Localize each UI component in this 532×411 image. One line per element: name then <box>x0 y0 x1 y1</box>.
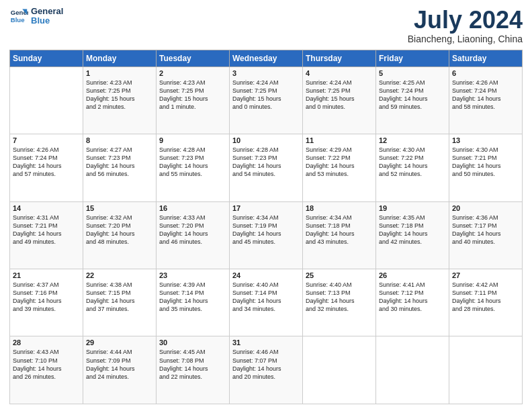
day-number: 4 <box>306 69 373 77</box>
calendar-week-5: 28Sunrise: 4:43 AM Sunset: 7:10 PM Dayli… <box>10 336 523 404</box>
day-number: 6 <box>452 69 519 77</box>
day-number: 27 <box>452 271 519 279</box>
calendar-cell: 26Sunrise: 4:41 AM Sunset: 7:12 PM Dayli… <box>376 269 449 336</box>
calendar-cell: 22Sunrise: 4:38 AM Sunset: 7:15 PM Dayli… <box>83 269 157 336</box>
day-number: 31 <box>232 338 300 347</box>
day-number: 5 <box>379 69 446 77</box>
day-number: 21 <box>13 271 80 279</box>
calendar-cell: 2Sunrise: 4:23 AM Sunset: 7:25 PM Daylig… <box>157 66 230 134</box>
day-info: Sunrise: 4:30 AM Sunset: 7:22 PM Dayligh… <box>379 146 446 179</box>
day-number: 13 <box>452 136 519 144</box>
calendar-cell: 10Sunrise: 4:28 AM Sunset: 7:23 PM Dayli… <box>230 134 303 201</box>
day-number: 1 <box>86 69 153 77</box>
day-info: Sunrise: 4:26 AM Sunset: 7:24 PM Dayligh… <box>452 79 519 111</box>
calendar-cell: 12Sunrise: 4:30 AM Sunset: 7:22 PM Dayli… <box>376 134 449 201</box>
day-info: Sunrise: 4:37 AM Sunset: 7:16 PM Dayligh… <box>13 281 80 314</box>
header: General Blue General Blue July 2024 Bian… <box>9 7 523 44</box>
weekday-saturday: Saturday <box>449 50 523 66</box>
day-info: Sunrise: 4:36 AM Sunset: 7:17 PM Dayligh… <box>452 214 519 246</box>
calendar-cell: 25Sunrise: 4:40 AM Sunset: 7:13 PM Dayli… <box>303 269 376 336</box>
calendar-cell: 19Sunrise: 4:35 AM Sunset: 7:18 PM Dayli… <box>376 201 449 269</box>
calendar-cell: 4Sunrise: 4:24 AM Sunset: 7:25 PM Daylig… <box>303 66 376 134</box>
day-number: 11 <box>306 136 373 144</box>
svg-text:Blue: Blue <box>11 16 25 24</box>
day-info: Sunrise: 4:27 AM Sunset: 7:23 PM Dayligh… <box>86 146 153 179</box>
day-info: Sunrise: 4:46 AM Sunset: 7:07 PM Dayligh… <box>232 348 300 381</box>
day-info: Sunrise: 4:26 AM Sunset: 7:24 PM Dayligh… <box>13 146 80 179</box>
calendar-cell <box>10 66 83 134</box>
calendar-cell: 1Sunrise: 4:23 AM Sunset: 7:25 PM Daylig… <box>83 66 157 134</box>
page: General Blue General Blue July 2024 Bian… <box>0 0 532 411</box>
calendar-cell <box>303 336 376 404</box>
calendar-cell: 24Sunrise: 4:40 AM Sunset: 7:14 PM Dayli… <box>230 269 303 336</box>
weekday-friday: Friday <box>376 50 449 66</box>
calendar-cell: 20Sunrise: 4:36 AM Sunset: 7:17 PM Dayli… <box>449 201 523 269</box>
day-number: 20 <box>452 204 519 212</box>
calendar-week-1: 1Sunrise: 4:23 AM Sunset: 7:25 PM Daylig… <box>10 66 523 134</box>
day-info: Sunrise: 4:42 AM Sunset: 7:11 PM Dayligh… <box>452 281 519 314</box>
day-info: Sunrise: 4:31 AM Sunset: 7:21 PM Dayligh… <box>13 214 80 246</box>
calendar-cell: 18Sunrise: 4:34 AM Sunset: 7:18 PM Dayli… <box>303 201 376 269</box>
calendar-cell: 9Sunrise: 4:28 AM Sunset: 7:23 PM Daylig… <box>157 134 230 201</box>
calendar-week-2: 7Sunrise: 4:26 AM Sunset: 7:24 PM Daylig… <box>10 134 523 201</box>
calendar-cell: 15Sunrise: 4:32 AM Sunset: 7:20 PM Dayli… <box>83 201 157 269</box>
weekday-wednesday: Wednesday <box>230 50 303 66</box>
calendar-cell: 23Sunrise: 4:39 AM Sunset: 7:14 PM Dayli… <box>157 269 230 336</box>
day-info: Sunrise: 4:45 AM Sunset: 7:08 PM Dayligh… <box>159 348 226 381</box>
calendar-body: 1Sunrise: 4:23 AM Sunset: 7:25 PM Daylig… <box>10 66 523 404</box>
day-number: 22 <box>86 271 153 279</box>
day-number: 23 <box>159 271 226 279</box>
day-info: Sunrise: 4:33 AM Sunset: 7:20 PM Dayligh… <box>159 214 226 246</box>
day-number: 29 <box>86 338 153 347</box>
calendar-cell: 5Sunrise: 4:25 AM Sunset: 7:24 PM Daylig… <box>376 66 449 134</box>
day-info: Sunrise: 4:35 AM Sunset: 7:18 PM Dayligh… <box>379 214 446 246</box>
day-number: 12 <box>379 136 446 144</box>
day-info: Sunrise: 4:41 AM Sunset: 7:12 PM Dayligh… <box>379 281 446 314</box>
calendar-cell: 6Sunrise: 4:26 AM Sunset: 7:24 PM Daylig… <box>449 66 523 134</box>
day-number: 7 <box>13 136 80 144</box>
day-number: 19 <box>379 204 446 212</box>
calendar-cell: 13Sunrise: 4:30 AM Sunset: 7:21 PM Dayli… <box>449 134 523 201</box>
calendar-cell: 29Sunrise: 4:44 AM Sunset: 7:09 PM Dayli… <box>83 336 157 404</box>
day-info: Sunrise: 4:43 AM Sunset: 7:10 PM Dayligh… <box>13 348 80 381</box>
day-info: Sunrise: 4:44 AM Sunset: 7:09 PM Dayligh… <box>86 348 153 381</box>
day-info: Sunrise: 4:23 AM Sunset: 7:25 PM Dayligh… <box>159 79 226 111</box>
calendar-cell: 8Sunrise: 4:27 AM Sunset: 7:23 PM Daylig… <box>83 134 157 201</box>
calendar-cell: 21Sunrise: 4:37 AM Sunset: 7:16 PM Dayli… <box>10 269 83 336</box>
day-number: 18 <box>306 204 373 212</box>
calendar-cell: 14Sunrise: 4:31 AM Sunset: 7:21 PM Dayli… <box>10 201 83 269</box>
logo-icon: General Blue <box>9 7 28 26</box>
day-info: Sunrise: 4:38 AM Sunset: 7:15 PM Dayligh… <box>86 281 153 314</box>
day-number: 2 <box>159 69 226 77</box>
logo: General Blue General Blue <box>9 7 63 26</box>
day-number: 9 <box>159 136 226 144</box>
calendar-cell: 16Sunrise: 4:33 AM Sunset: 7:20 PM Dayli… <box>157 201 230 269</box>
day-info: Sunrise: 4:39 AM Sunset: 7:14 PM Dayligh… <box>159 281 226 314</box>
day-number: 28 <box>13 338 80 347</box>
calendar-cell: 17Sunrise: 4:34 AM Sunset: 7:19 PM Dayli… <box>230 201 303 269</box>
calendar-cell: 30Sunrise: 4:45 AM Sunset: 7:08 PM Dayli… <box>157 336 230 404</box>
day-number: 10 <box>232 136 300 144</box>
day-number: 14 <box>13 204 80 212</box>
weekday-header-row: SundayMondayTuesdayWednesdayThursdayFrid… <box>10 50 523 66</box>
day-number: 30 <box>159 338 226 347</box>
day-number: 24 <box>232 271 300 279</box>
calendar-cell: 7Sunrise: 4:26 AM Sunset: 7:24 PM Daylig… <box>10 134 83 201</box>
weekday-sunday: Sunday <box>10 50 83 66</box>
weekday-tuesday: Tuesday <box>157 50 230 66</box>
calendar-cell: 3Sunrise: 4:24 AM Sunset: 7:25 PM Daylig… <box>230 66 303 134</box>
title-block: July 2024 Biancheng, Liaoning, China <box>408 7 523 44</box>
day-info: Sunrise: 4:34 AM Sunset: 7:18 PM Dayligh… <box>306 214 373 246</box>
day-info: Sunrise: 4:32 AM Sunset: 7:20 PM Dayligh… <box>86 214 153 246</box>
day-number: 8 <box>86 136 153 144</box>
calendar-cell <box>376 336 449 404</box>
day-info: Sunrise: 4:28 AM Sunset: 7:23 PM Dayligh… <box>159 146 226 179</box>
month-title: July 2024 <box>408 7 523 34</box>
day-number: 26 <box>379 271 446 279</box>
calendar-cell: 27Sunrise: 4:42 AM Sunset: 7:11 PM Dayli… <box>449 269 523 336</box>
day-info: Sunrise: 4:29 AM Sunset: 7:22 PM Dayligh… <box>306 146 373 179</box>
day-info: Sunrise: 4:34 AM Sunset: 7:19 PM Dayligh… <box>232 214 300 246</box>
calendar-cell: 31Sunrise: 4:46 AM Sunset: 7:07 PM Dayli… <box>230 336 303 404</box>
weekday-monday: Monday <box>83 50 157 66</box>
day-info: Sunrise: 4:40 AM Sunset: 7:14 PM Dayligh… <box>232 281 300 314</box>
